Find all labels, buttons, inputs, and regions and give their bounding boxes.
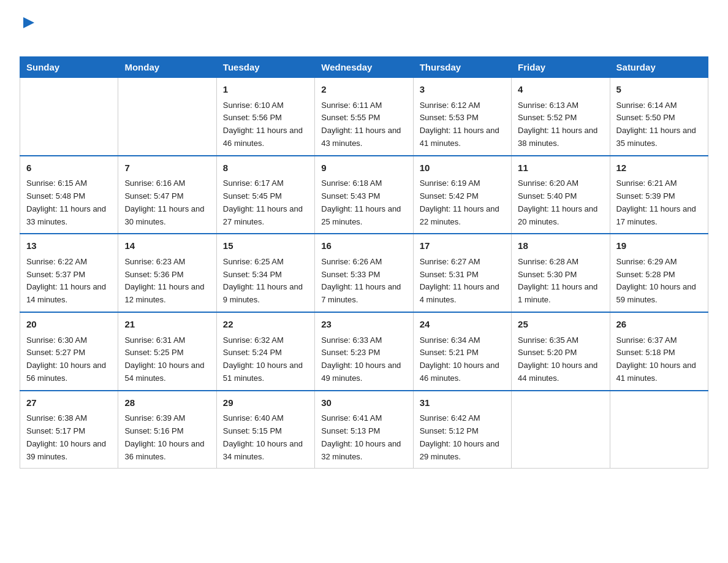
day-info: Sunrise: 6:32 AMSunset: 5:24 PMDaylight:…	[223, 334, 308, 385]
calendar-cell: 20Sunrise: 6:30 AMSunset: 5:27 PMDayligh…	[20, 312, 118, 391]
calendar-cell: 14Sunrise: 6:23 AMSunset: 5:36 PMDayligh…	[118, 234, 216, 312]
day-info: Sunrise: 6:10 AMSunset: 5:56 PMDaylight:…	[223, 99, 308, 150]
day-number: 6	[26, 161, 112, 175]
header-monday: Monday	[118, 57, 216, 78]
day-info: Sunrise: 6:40 AMSunset: 5:15 PMDaylight:…	[223, 412, 308, 463]
day-info: Sunrise: 6:39 AMSunset: 5:16 PMDaylight:…	[124, 412, 210, 463]
header-sunday: Sunday	[20, 57, 118, 78]
day-info: Sunrise: 6:23 AMSunset: 5:36 PMDaylight:…	[124, 256, 210, 307]
calendar-cell: 26Sunrise: 6:37 AMSunset: 5:18 PMDayligh…	[610, 312, 708, 391]
calendar-cell: 5Sunrise: 6:14 AMSunset: 5:50 PMDaylight…	[610, 78, 708, 156]
day-number: 4	[518, 83, 603, 97]
calendar-cell: 10Sunrise: 6:19 AMSunset: 5:42 PMDayligh…	[413, 156, 511, 234]
logo-blue	[20, 31, 37, 46]
header-thursday: Thursday	[413, 57, 511, 78]
day-info: Sunrise: 6:22 AMSunset: 5:37 PMDaylight:…	[26, 256, 112, 307]
calendar-cell: 12Sunrise: 6:21 AMSunset: 5:39 PMDayligh…	[610, 156, 708, 234]
calendar-cell	[610, 391, 708, 469]
day-info: Sunrise: 6:11 AMSunset: 5:55 PMDaylight:…	[321, 99, 406, 150]
calendar-cell: 27Sunrise: 6:38 AMSunset: 5:17 PMDayligh…	[20, 391, 118, 469]
day-number: 14	[124, 239, 210, 253]
day-number: 19	[616, 239, 702, 253]
day-info: Sunrise: 6:20 AMSunset: 5:40 PMDaylight:…	[518, 177, 603, 228]
calendar-cell: 17Sunrise: 6:27 AMSunset: 5:31 PMDayligh…	[413, 234, 511, 312]
day-info: Sunrise: 6:34 AMSunset: 5:21 PMDaylight:…	[420, 334, 505, 385]
header-friday: Friday	[512, 57, 610, 78]
calendar-cell: 29Sunrise: 6:40 AMSunset: 5:15 PMDayligh…	[216, 391, 314, 469]
calendar-header-row: SundayMondayTuesdayWednesdayThursdayFrid…	[20, 57, 708, 78]
day-number: 31	[420, 396, 505, 410]
calendar-cell: 16Sunrise: 6:26 AMSunset: 5:33 PMDayligh…	[315, 234, 413, 312]
day-info: Sunrise: 6:25 AMSunset: 5:34 PMDaylight:…	[223, 256, 308, 307]
calendar-cell: 22Sunrise: 6:32 AMSunset: 5:24 PMDayligh…	[216, 312, 314, 391]
day-number: 29	[223, 396, 308, 410]
day-info: Sunrise: 6:28 AMSunset: 5:30 PMDaylight:…	[518, 256, 603, 307]
day-info: Sunrise: 6:33 AMSunset: 5:23 PMDaylight:…	[321, 334, 406, 385]
day-info: Sunrise: 6:16 AMSunset: 5:47 PMDaylight:…	[124, 177, 210, 228]
day-info: Sunrise: 6:38 AMSunset: 5:17 PMDaylight:…	[26, 412, 112, 463]
day-number: 7	[124, 161, 210, 175]
day-number: 2	[321, 83, 406, 97]
calendar-cell: 13Sunrise: 6:22 AMSunset: 5:37 PMDayligh…	[20, 234, 118, 312]
calendar-cell: 18Sunrise: 6:28 AMSunset: 5:30 PMDayligh…	[512, 234, 610, 312]
day-info: Sunrise: 6:14 AMSunset: 5:50 PMDaylight:…	[616, 99, 702, 150]
calendar-cell: 24Sunrise: 6:34 AMSunset: 5:21 PMDayligh…	[413, 312, 511, 391]
day-info: Sunrise: 6:31 AMSunset: 5:25 PMDaylight:…	[124, 334, 210, 385]
calendar-cell: 21Sunrise: 6:31 AMSunset: 5:25 PMDayligh…	[118, 312, 216, 391]
calendar-cell: 1Sunrise: 6:10 AMSunset: 5:56 PMDaylight…	[216, 78, 314, 156]
week-row-1: 6Sunrise: 6:15 AMSunset: 5:48 PMDaylight…	[20, 156, 708, 234]
day-number: 5	[616, 83, 702, 97]
day-number: 27	[26, 396, 112, 410]
week-row-0: 1Sunrise: 6:10 AMSunset: 5:56 PMDaylight…	[20, 78, 708, 156]
calendar-cell: 2Sunrise: 6:11 AMSunset: 5:55 PMDaylight…	[315, 78, 413, 156]
calendar-table: SundayMondayTuesdayWednesdayThursdayFrid…	[20, 56, 708, 469]
day-info: Sunrise: 6:21 AMSunset: 5:39 PMDaylight:…	[616, 177, 702, 228]
day-info: Sunrise: 6:17 AMSunset: 5:45 PMDaylight:…	[223, 177, 308, 228]
day-number: 17	[420, 239, 505, 253]
calendar-cell: 11Sunrise: 6:20 AMSunset: 5:40 PMDayligh…	[512, 156, 610, 234]
week-row-4: 27Sunrise: 6:38 AMSunset: 5:17 PMDayligh…	[20, 391, 708, 469]
day-number: 3	[420, 83, 505, 97]
day-number: 20	[26, 318, 112, 332]
day-number: 1	[223, 83, 308, 97]
day-number: 9	[321, 161, 406, 175]
day-info: Sunrise: 6:42 AMSunset: 5:12 PMDaylight:…	[420, 412, 505, 463]
calendar-cell	[118, 78, 216, 156]
day-info: Sunrise: 6:37 AMSunset: 5:18 PMDaylight:…	[616, 334, 702, 385]
logo-arrow-icon	[22, 16, 36, 29]
day-info: Sunrise: 6:18 AMSunset: 5:43 PMDaylight:…	[321, 177, 406, 228]
day-number: 16	[321, 239, 406, 253]
week-row-3: 20Sunrise: 6:30 AMSunset: 5:27 PMDayligh…	[20, 312, 708, 391]
page-header	[20, 15, 708, 45]
day-number: 8	[223, 161, 308, 175]
day-number: 24	[420, 318, 505, 332]
calendar-cell: 28Sunrise: 6:39 AMSunset: 5:16 PMDayligh…	[118, 391, 216, 469]
day-number: 11	[518, 161, 603, 175]
day-info: Sunrise: 6:29 AMSunset: 5:28 PMDaylight:…	[616, 256, 702, 307]
day-info: Sunrise: 6:30 AMSunset: 5:27 PMDaylight:…	[26, 334, 112, 385]
day-info: Sunrise: 6:12 AMSunset: 5:53 PMDaylight:…	[420, 99, 505, 150]
calendar-cell: 6Sunrise: 6:15 AMSunset: 5:48 PMDaylight…	[20, 156, 118, 234]
calendar-cell: 4Sunrise: 6:13 AMSunset: 5:52 PMDaylight…	[512, 78, 610, 156]
header-saturday: Saturday	[610, 57, 708, 78]
day-number: 23	[321, 318, 406, 332]
calendar-cell: 31Sunrise: 6:42 AMSunset: 5:12 PMDayligh…	[413, 391, 511, 469]
calendar-cell: 25Sunrise: 6:35 AMSunset: 5:20 PMDayligh…	[512, 312, 610, 391]
header-wednesday: Wednesday	[315, 57, 413, 78]
calendar-cell: 9Sunrise: 6:18 AMSunset: 5:43 PMDaylight…	[315, 156, 413, 234]
week-row-2: 13Sunrise: 6:22 AMSunset: 5:37 PMDayligh…	[20, 234, 708, 312]
calendar-cell: 15Sunrise: 6:25 AMSunset: 5:34 PMDayligh…	[216, 234, 314, 312]
day-number: 25	[518, 318, 603, 332]
day-number: 30	[321, 396, 406, 410]
calendar-cell: 30Sunrise: 6:41 AMSunset: 5:13 PMDayligh…	[315, 391, 413, 469]
day-number: 18	[518, 239, 603, 253]
calendar-cell: 8Sunrise: 6:17 AMSunset: 5:45 PMDaylight…	[216, 156, 314, 234]
calendar-cell: 7Sunrise: 6:16 AMSunset: 5:47 PMDaylight…	[118, 156, 216, 234]
day-number: 15	[223, 239, 308, 253]
day-number: 12	[616, 161, 702, 175]
day-number: 13	[26, 239, 112, 253]
day-number: 22	[223, 318, 308, 332]
day-info: Sunrise: 6:19 AMSunset: 5:42 PMDaylight:…	[420, 177, 505, 228]
header-tuesday: Tuesday	[216, 57, 314, 78]
day-number: 28	[124, 396, 210, 410]
